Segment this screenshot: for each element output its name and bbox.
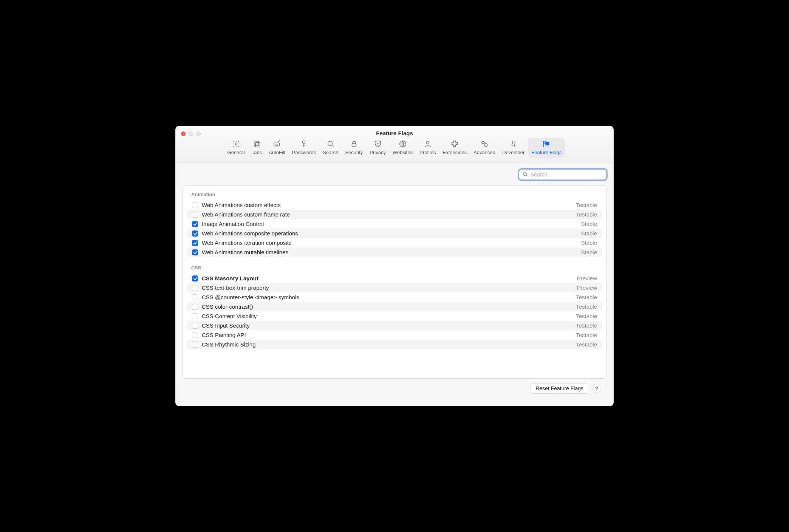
feature-flag-checkbox[interactable] [192,202,198,208]
svg-rect-10 [352,144,356,147]
toolbar-tab-security[interactable]: Security [342,138,366,158]
extensions-icon [450,139,459,148]
toolbar-tab-feature-flags[interactable]: Feature Flags [528,138,565,158]
feature-flag-row[interactable]: CSS Input SecurityTestable [187,321,602,330]
feature-flag-status: Stable [581,221,597,227]
feature-flag-label: CSS color-contrast() [202,303,572,310]
feature-flag-status: Testable [576,313,597,319]
feature-flag-checkbox[interactable] [192,323,198,329]
svg-point-16 [523,172,527,175]
feature-flag-checkbox[interactable] [192,342,198,348]
search-input[interactable] [531,172,603,178]
svg-point-5 [276,145,276,145]
help-button[interactable]: ? [592,384,601,393]
reset-feature-flags-button[interactable]: Reset Feature Flags [531,383,588,394]
feature-flags-icon [542,139,551,148]
toolbar-tab-websites[interactable]: Websites [389,138,416,158]
feature-flag-row[interactable]: CSS Painting APITestable [187,330,602,340]
privacy-icon [373,139,382,148]
feature-flag-label: CSS Rhythmic Sizing [202,341,572,348]
feature-flag-row[interactable]: CSS color-contrast()Testable [187,302,602,311]
feature-flag-checkbox[interactable] [192,249,198,255]
passwords-icon [299,139,308,148]
preferences-toolbar: GeneralTabsAutoFillPasswordsSearchSecuri… [176,138,613,158]
feature-flag-label: CSS Masonry Layout [202,275,573,281]
svg-point-14 [484,144,487,147]
svg-line-9 [332,145,333,147]
toolbar-tab-label: Profiles [419,150,436,155]
toolbar-tab-label: AutoFill [269,150,285,155]
toolbar-tab-tabs[interactable]: Tabs [248,138,265,158]
feature-flag-checkbox[interactable] [192,275,198,281]
feature-flag-label: Web Animations iteration composite [202,240,577,246]
feature-flag-row[interactable]: Web Animations mutable timelinesStable [187,247,602,257]
feature-flag-row[interactable]: Web Animations custom effectsTestable [187,200,602,210]
window-controls [181,131,201,136]
svg-point-8 [328,141,332,146]
feature-flag-row[interactable]: Web Animations custom frame rateTestable [187,210,602,219]
toolbar-tab-label: Feature Flags [531,150,562,155]
toolbar-tab-label: Extensions [443,150,467,155]
feature-flag-row[interactable]: Web Animations iteration compositeStable [187,238,602,247]
search-icon [522,171,528,178]
toolbar-tab-passwords[interactable]: Passwords [289,138,320,158]
feature-flag-checkbox[interactable] [192,332,198,338]
toolbar-tab-general[interactable]: General [224,138,248,158]
feature-flag-label: CSS @counter-style <image> symbols [202,294,572,300]
feature-flag-label: CSS Input Security [202,322,572,329]
minimize-window-button[interactable] [189,131,193,136]
feature-flag-row[interactable]: CSS Content VisibilityTestable [187,311,602,321]
svg-point-7 [303,141,305,144]
feature-flag-checkbox[interactable] [192,313,198,319]
feature-flag-row[interactable]: CSS Masonry LayoutPreview [187,274,602,283]
zoom-window-button[interactable] [196,131,201,136]
search-field[interactable] [519,169,606,180]
feature-flag-status: Testable [576,322,597,329]
feature-flag-label: CSS Painting API [202,332,572,338]
feature-flag-checkbox[interactable] [192,240,198,246]
feature-flag-checkbox[interactable] [192,212,198,218]
toolbar-tab-search[interactable]: Search [319,138,342,158]
toolbar-tab-advanced[interactable]: Advanced [470,138,499,158]
websites-icon [398,139,407,148]
advanced-icon [480,139,489,148]
general-icon [232,139,241,148]
svg-rect-1 [254,141,258,146]
feature-flag-checkbox[interactable] [192,230,198,237]
feature-flag-row[interactable]: CSS text-box-trim propertyPreview [187,283,602,292]
search-icon [326,139,335,148]
feature-flags-list[interactable]: AnimationWeb Animations custom effectsTe… [183,185,606,379]
group-header: Animation [183,186,606,200]
feature-flag-checkbox[interactable] [192,221,198,227]
group-header: CSS [183,259,606,274]
toolbar-tab-label: Search [323,150,338,155]
feature-flag-row[interactable]: CSS Rhythmic SizingTestable [187,340,602,349]
svg-rect-2 [255,142,260,147]
footer: Reset Feature Flags ? [183,379,606,399]
feature-flag-checkbox[interactable] [192,304,198,310]
feature-flag-label: CSS Content Visibility [202,313,572,319]
feature-flag-status: Stable [581,240,597,246]
feature-flag-label: Web Animations mutable timelines [202,249,577,255]
toolbar-tab-label: Privacy [370,150,386,155]
feature-flag-row[interactable]: CSS @counter-style <image> symbolsTestab… [187,292,602,302]
feature-flag-label: Image Animation Control [202,221,577,227]
toolbar-tab-profiles[interactable]: Profiles [416,138,439,158]
toolbar-tab-autofill[interactable]: AutoFill [265,138,288,158]
toolbar-tab-label: Tabs [252,150,262,155]
svg-line-17 [526,175,527,176]
svg-point-13 [482,141,484,144]
svg-point-4 [275,145,275,145]
toolbar-tab-extensions[interactable]: Extensions [439,138,470,158]
feature-flag-checkbox[interactable] [192,294,198,300]
feature-flag-status: Testable [576,202,597,208]
feature-flag-row[interactable]: Image Animation ControlStable [187,219,602,229]
toolbar-tab-developer[interactable]: Developer [499,138,528,158]
toolbar-tab-privacy[interactable]: Privacy [366,138,389,158]
feature-flag-status: Stable [581,249,597,255]
feature-flag-checkbox[interactable] [192,285,198,291]
feature-flag-row[interactable]: Web Animations composite operationsStabl… [187,229,602,238]
close-window-button[interactable] [181,131,186,136]
window-title: Feature Flags [176,126,613,136]
toolbar-tab-label: General [227,150,245,155]
